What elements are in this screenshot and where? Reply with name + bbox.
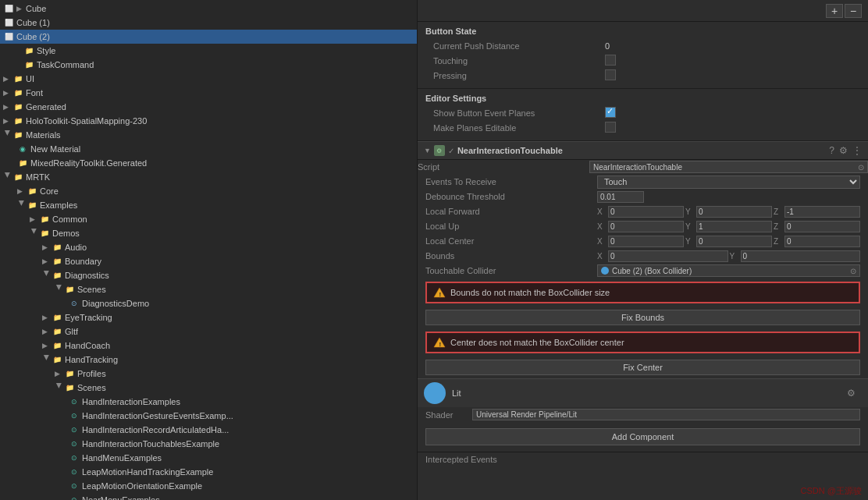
- pressing-label: Pressing: [433, 71, 605, 80]
- local-up-fields: X Y Z: [597, 221, 860, 232]
- cube-icon: ⬜: [3, 3, 14, 14]
- fix-bounds-button[interactable]: Fix Bounds: [425, 310, 860, 325]
- tree-item-leapmotionhand[interactable]: ⊙ LeapMotionHandTrackingExample: [0, 465, 417, 479]
- local-up-x: X: [597, 221, 684, 232]
- tree-item-style[interactable]: 📁 Style: [0, 44, 417, 58]
- tree-item-leapmotionorientation[interactable]: ⊙ LeapMotionOrientationExample: [0, 479, 417, 493]
- tree-item-handinteractionexamples[interactable]: ⊙ HandInteractionExamples: [0, 395, 417, 409]
- tree-item-examples[interactable]: ▶ 📁 Examples: [0, 198, 417, 212]
- tree-item-common[interactable]: ▶ 📁 Common: [0, 212, 417, 226]
- tree-item-mrtk[interactable]: ▶ 📁 MRTK: [0, 170, 417, 184]
- local-forward-x-input[interactable]: [608, 206, 684, 218]
- folder-icon: 📁: [52, 270, 62, 281]
- z-axis-label: Z: [774, 207, 783, 216]
- local-center-z: Z: [774, 236, 860, 247]
- tree-item-handinteractiongesture[interactable]: ⊙ HandInteractionGestureEventsExamp...: [0, 409, 417, 423]
- script-select-icon[interactable]: ⊙: [858, 163, 864, 172]
- button-state-title: Button State: [425, 27, 860, 36]
- tree-item-holotoolkit[interactable]: ▶ 📁 HoloToolkit-SpatialMapping-230: [0, 114, 417, 128]
- tree-item-handtracking[interactable]: ▶ 📁 HandTracking: [0, 353, 417, 367]
- item-label: MixedRealityToolkit.Generated: [30, 158, 147, 168]
- local-center-y-input[interactable]: [696, 236, 772, 247]
- component-check[interactable]: ✓: [448, 147, 454, 155]
- tree-item-font[interactable]: ▶ 📁 Font: [0, 86, 417, 100]
- item-label: Audio: [65, 243, 87, 252]
- local-up-y-input[interactable]: [696, 221, 772, 232]
- cube-icon: ⬜: [3, 31, 14, 42]
- local-forward-y-input[interactable]: [696, 206, 772, 218]
- tree-item-generated[interactable]: ▶ 📁 Generated: [0, 100, 417, 114]
- local-forward-z-input[interactable]: [784, 206, 860, 218]
- local-center-x-input[interactable]: [608, 236, 684, 247]
- inspector-header: + −: [418, 0, 868, 22]
- tree-item-profiles[interactable]: ▶ 📁 Profiles: [0, 367, 417, 381]
- tree-item-eyetracking[interactable]: ▶ 📁 EyeTracking: [0, 310, 417, 324]
- near-interaction-header: ▼ ⚙ ✓ NearInteractionTouchable ? ⚙ ⋮: [418, 141, 868, 160]
- tree-item-nearmenuexamples[interactable]: ⊙ NearMenuExamples: [0, 493, 417, 500]
- tree-item-materials[interactable]: ▶ 📁 Materials: [0, 128, 417, 142]
- tree-item-cube[interactable]: ⬜ ▶ Cube: [0, 2, 417, 16]
- tree-item-handinteractionrecord[interactable]: ⊙ HandInteractionRecordArticulatedHa...: [0, 423, 417, 437]
- tree-item-boundary[interactable]: ▶ 📁 Boundary: [0, 254, 417, 268]
- add-button[interactable]: +: [826, 4, 843, 18]
- tree-item-demos[interactable]: ▶ 📁 Demos: [0, 226, 417, 240]
- folder-icon: 📁: [17, 158, 28, 168]
- inspector-panel: + − Button State Current Push Distance 0…: [418, 0, 868, 500]
- local-up-z-input[interactable]: [784, 221, 860, 232]
- bounds-y: Y: [730, 250, 861, 262]
- make-planes-value: [605, 122, 852, 134]
- show-button-event-planes-row: Show Button Event Planes: [425, 106, 860, 120]
- item-label: New Material: [30, 144, 80, 154]
- events-to-receive-row: Events To Receive Touch: [418, 175, 868, 189]
- more-icon[interactable]: ⋮: [852, 145, 862, 156]
- bounds-x-input[interactable]: [608, 250, 728, 262]
- make-planes-checkbox[interactable]: [605, 122, 616, 133]
- item-label: HandTracking: [65, 355, 118, 364]
- tree-item-diagnosticsdemo[interactable]: ⊙ DiagnosticsDemo: [0, 296, 417, 310]
- expand-arrow: ▶: [43, 355, 51, 364]
- tree-item-handmenuexamples[interactable]: ⊙ HandMenuExamples: [0, 451, 417, 465]
- lit-info: Lit: [452, 388, 847, 398]
- tree-item-handcoach[interactable]: ▶ 📁 HandCoach: [0, 339, 417, 353]
- local-up-x-input[interactable]: [608, 221, 684, 232]
- tree-item-ui[interactable]: ▶ 📁 UI: [0, 72, 417, 86]
- y-axis-label: Y: [730, 252, 739, 261]
- tree-item-taskcommand[interactable]: 📁 TaskCommand: [0, 58, 417, 72]
- fix-center-button[interactable]: Fix Center: [425, 360, 860, 375]
- tree-item-cube1[interactable]: ⬜ Cube (1): [0, 16, 417, 30]
- tree-item-audio[interactable]: ▶ 📁 Audio: [0, 240, 417, 254]
- settings-icon[interactable]: ⚙: [839, 145, 848, 156]
- tree-item-cube2[interactable]: ⬜ Cube (2): [0, 30, 417, 44]
- script-value-container: NearInteractionTouchable ⊙: [589, 161, 868, 173]
- item-label: Common: [52, 215, 87, 224]
- show-button-checkbox[interactable]: [605, 107, 616, 118]
- tree-item-newmaterial[interactable]: ◉ New Material: [0, 142, 417, 156]
- tree-item-handinteractiontouchables[interactable]: ⊙ HandInteractionTouchablesExample: [0, 437, 417, 451]
- tree-item-gltf[interactable]: ▶ 📁 Gltf: [0, 324, 417, 339]
- tree-item-scenes[interactable]: ▶ 📁 Scenes: [0, 282, 417, 296]
- lit-settings-icon[interactable]: ⚙: [847, 388, 856, 399]
- svg-text:!: !: [439, 291, 442, 298]
- tree-item-core[interactable]: ▶ 📁 Core: [0, 184, 417, 198]
- add-component-button[interactable]: Add Component: [425, 428, 860, 445]
- debounce-threshold-input[interactable]: [597, 191, 644, 203]
- remove-button[interactable]: −: [845, 4, 862, 18]
- x-axis-label: X: [597, 252, 607, 261]
- script-icon: ⊙: [69, 424, 80, 435]
- local-center-z-input[interactable]: [784, 236, 860, 247]
- item-label: HandMenuExamples: [82, 453, 162, 463]
- bounds-x: X: [597, 250, 728, 262]
- tree-item-mixedreality[interactable]: 📁 MixedRealityToolkit.Generated: [0, 156, 417, 170]
- collider-select-icon[interactable]: ⊙: [850, 267, 856, 275]
- tree-item-scenes2[interactable]: ▶ 📁 Scenes: [0, 381, 417, 395]
- events-to-receive-select[interactable]: Touch: [597, 176, 860, 189]
- question-icon[interactable]: ?: [829, 145, 834, 156]
- item-label: Core: [40, 186, 59, 196]
- local-up-z: Z: [774, 221, 860, 232]
- touching-label: Touching: [433, 56, 605, 66]
- x-axis-label: X: [597, 207, 607, 216]
- local-forward-label: Local Forward: [425, 207, 597, 216]
- show-button-label: Show Button Event Planes: [433, 108, 605, 118]
- bounds-y-input[interactable]: [741, 250, 861, 262]
- tree-item-diagnostics[interactable]: ▶ 📁 Diagnostics: [0, 268, 417, 282]
